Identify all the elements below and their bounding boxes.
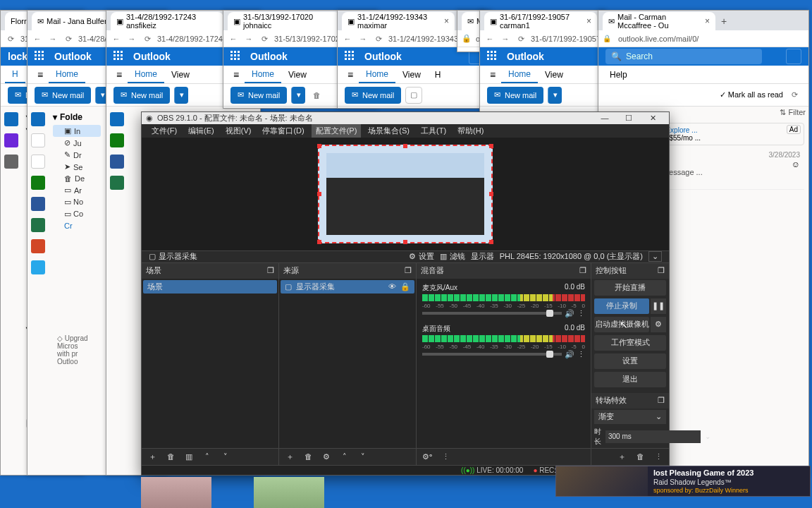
- obs-menubar[interactable]: 文件(F) 编辑(E) 视图(V) 停靠窗口(D) 配置文件(P) 场景集合(S…: [142, 124, 669, 138]
- add-button[interactable]: ＋: [146, 450, 159, 463]
- new-tab-button[interactable]: +: [715, 12, 732, 30]
- layouts-icon[interactable]: [786, 49, 801, 64]
- source-row[interactable]: ▢ 显示器采集 👁 🔒: [281, 280, 414, 294]
- folder-junk[interactable]: ⊘ Ju: [53, 137, 101, 149]
- duration-input[interactable]: [605, 430, 701, 443]
- more-icon[interactable]: ⋮: [577, 350, 585, 359]
- menu-edit[interactable]: 编辑(E): [184, 124, 219, 138]
- tab-home[interactable]: Home: [49, 66, 85, 83]
- source-settings-button[interactable]: ⚙ 设置: [409, 251, 434, 262]
- browser-tab[interactable]: ▣ 31-4/28/1992-17243 ansfikeiz: [111, 12, 223, 30]
- tab-view[interactable]: View: [538, 67, 570, 83]
- popout-icon[interactable]: ❐: [579, 266, 586, 275]
- vcam-settings-button[interactable]: ⚙: [651, 317, 666, 332]
- add-button[interactable]: ＋: [283, 450, 296, 463]
- volume-slider[interactable]: [422, 353, 562, 356]
- advanced-audio-button[interactable]: ⚙ᵒ: [421, 450, 433, 463]
- move-up-button[interactable]: ˄: [201, 450, 214, 463]
- obs-titlebar[interactable]: ◉ OBS 29.1.0 - 配置文件: 未命名 - 场景: 未命名 — ☐ ✕: [142, 112, 669, 124]
- popout-icon[interactable]: ❐: [658, 396, 665, 405]
- filter-button[interactable]: ⇅ Filter: [780, 108, 806, 117]
- move-down-button[interactable]: ˅: [219, 450, 232, 463]
- folder-create[interactable]: Cr: [53, 220, 101, 231]
- close-icon[interactable]: ×: [444, 16, 449, 26]
- obs-window[interactable]: ◉ OBS 29.1.0 - 配置文件: 未命名 - 场景: 未命名 — ☐ ✕…: [141, 111, 670, 476]
- check-icon[interactable]: [31, 176, 45, 190]
- stop-record-button[interactable]: 停止录制: [594, 298, 649, 314]
- ppt-icon[interactable]: [31, 239, 45, 253]
- transition-select[interactable]: 渐变⌄: [594, 410, 666, 424]
- more-icon[interactable]: ⟳: [787, 88, 801, 102]
- move-up-button[interactable]: ˄: [338, 450, 351, 463]
- more-icon[interactable]: ⋮: [439, 450, 452, 463]
- folder-deleted[interactable]: 🗑 De: [53, 173, 101, 184]
- calendar-icon[interactable]: [31, 133, 45, 147]
- menu-file[interactable]: 文件(F): [147, 124, 181, 138]
- dropdown-icon[interactable]: ⌄: [648, 251, 662, 262]
- studio-mode-button[interactable]: 工作室模式: [594, 335, 666, 351]
- tab-home[interactable]: Home: [501, 66, 538, 83]
- folder-sent[interactable]: ➤ Se: [53, 161, 101, 173]
- game-ad[interactable]: lost Pleasing Game of 2023 Raid Shadow L…: [555, 466, 811, 497]
- smile-icon[interactable]: ☺: [792, 159, 800, 169]
- new-mail-button[interactable]: ✉ New mail: [35, 87, 91, 104]
- browser-tab[interactable]: ✉ Mail - Jana Bulfer: [32, 12, 113, 30]
- onedrive-icon[interactable]: [31, 260, 45, 274]
- back-icon[interactable]: ←: [32, 33, 43, 44]
- move-down-button[interactable]: ˅: [357, 450, 369, 463]
- app-launcher-icon[interactable]: [487, 51, 498, 62]
- maximize-button[interactable]: ☐: [617, 114, 641, 123]
- menu-help[interactable]: 帮助(H): [453, 124, 488, 138]
- search-input[interactable]: 🔍 Search: [605, 49, 762, 64]
- close-button[interactable]: ✕: [641, 114, 665, 123]
- popout-icon[interactable]: ❐: [405, 266, 412, 275]
- tab-home[interactable]: H: [5, 66, 25, 83]
- obs-preview[interactable]: [142, 138, 669, 250]
- popout-icon[interactable]: ❐: [658, 266, 665, 275]
- minimize-button[interactable]: —: [593, 114, 617, 123]
- browser-tab[interactable]: ✉ Mail - Carman Mccaffree - Ou×: [603, 12, 715, 30]
- start-stream-button[interactable]: 开始直播: [594, 280, 666, 296]
- new-mail-button[interactable]: ✉ New mail: [487, 87, 543, 104]
- folder-inbox[interactable]: ▣ In: [53, 125, 101, 137]
- fwd-icon[interactable]: →: [47, 33, 59, 44]
- back-icon[interactable]: ←: [484, 33, 496, 44]
- mark-all-read-button[interactable]: ✓ Mark all as read: [720, 90, 783, 99]
- more-icon[interactable]: ⋮: [577, 309, 585, 318]
- app-launcher-icon[interactable]: [35, 51, 46, 62]
- hamburger-icon[interactable]: ≡: [32, 69, 49, 80]
- trash-icon[interactable]: 🗑: [309, 88, 324, 102]
- excel-icon[interactable]: [31, 218, 45, 232]
- add-button[interactable]: ＋: [615, 450, 628, 463]
- exit-button[interactable]: 退出: [594, 372, 666, 387]
- menu-view[interactable]: 视图(V): [221, 124, 256, 138]
- reload-icon[interactable]: ⟳: [63, 33, 74, 44]
- menu-tools[interactable]: 工具(T): [417, 124, 450, 138]
- preview-source[interactable]: [318, 145, 493, 243]
- word-icon[interactable]: [31, 197, 45, 211]
- remove-button[interactable]: 🗑: [634, 450, 646, 463]
- folder-drafts[interactable]: ✎ Dr: [53, 149, 101, 161]
- source-filters-button[interactable]: ▥ 滤镜: [440, 251, 465, 262]
- lock-icon[interactable]: 🔒: [400, 282, 410, 291]
- upgrade-promo[interactable]: ◇ UpgradMicroswith prOutloo: [53, 330, 101, 370]
- folder-notes[interactable]: ▭ No: [53, 196, 101, 208]
- vcam-button[interactable]: 启动虚拟摄像机: [594, 317, 649, 332]
- menu-scenes[interactable]: 场景集合(S): [364, 124, 414, 138]
- volume-slider[interactable]: [422, 312, 562, 315]
- more-icon[interactable]: ⋮: [652, 450, 665, 463]
- settings-button[interactable]: 设置: [594, 353, 666, 369]
- close-icon[interactable]: ×: [705, 16, 710, 26]
- menu-profile[interactable]: 配置文件(P): [312, 124, 362, 138]
- tab-help[interactable]: Help: [603, 67, 634, 83]
- folder-conv[interactable]: ▭ Co: [53, 208, 101, 220]
- reload-icon[interactable]: ⟳: [515, 33, 527, 44]
- hamburger-icon[interactable]: ≡: [484, 69, 501, 80]
- props-button[interactable]: ⚙: [320, 450, 333, 463]
- menu-dock[interactable]: 停靠窗口(D): [258, 124, 308, 138]
- reload-icon[interactable]: ⟳: [5, 33, 16, 44]
- people-icon[interactable]: [31, 155, 45, 169]
- folder-archive[interactable]: ▭ Ar: [53, 184, 101, 196]
- scene-row[interactable]: 场景: [143, 280, 277, 294]
- pause-record-button[interactable]: ❚❚: [651, 298, 666, 314]
